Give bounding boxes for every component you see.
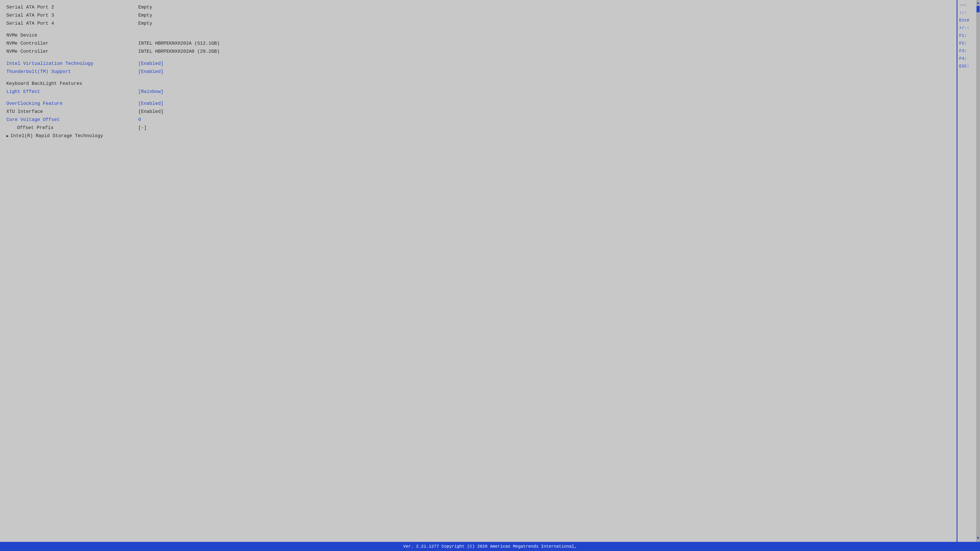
- value-core-voltage: 0: [138, 116, 141, 124]
- row-sata2: Serial ATA Port 2Empty: [6, 4, 950, 11]
- value-nvme-ctrl1: INTEL HBRPEKNX0202A (512.1GB): [138, 40, 220, 47]
- row-nvme-ctrl1: NVMe ControllerINTEL HBRPEKNX0202A (512.…: [6, 40, 950, 47]
- row-sata4: Serial ATA Port 4Empty: [6, 20, 950, 27]
- expand-arrow-icon: ▶: [6, 133, 9, 139]
- label-offset-prefix: Offset Prefix: [6, 124, 138, 132]
- label-sata2: Serial ATA Port 2: [6, 4, 138, 11]
- scroll-up-icon[interactable]: ▲: [977, 1, 979, 5]
- label-virt-tech: Intel Virtualization Technology: [6, 60, 138, 67]
- sidebar-nav: →→: ↑↓: Ente +/-: F1: F2: F3: F4: ESC:: [959, 2, 978, 69]
- label-core-voltage: Core Voltage Offset: [6, 116, 138, 124]
- scroll-thumb[interactable]: [977, 6, 980, 12]
- row-nvme-device: NVMe Device: [6, 32, 950, 39]
- nav-enter: Ente: [959, 17, 978, 23]
- value-sata2: Empty: [138, 4, 152, 11]
- label-light-effect: Light Effect: [6, 88, 138, 95]
- rst-label: Intel(R) Rapid Storage Technology: [10, 132, 103, 140]
- value-xtu: [Enabled]: [138, 108, 164, 116]
- value-virt-tech: [Enabled]: [138, 60, 164, 67]
- scrollbar[interactable]: ▲ ▼: [976, 0, 980, 542]
- row-virt-tech: Intel Virtualization Technology[Enabled]: [6, 60, 950, 67]
- row-light-effect: Light Effect[Rainbow]: [6, 88, 950, 95]
- nav-f4: F4:: [959, 56, 978, 62]
- nav-plusminus: +/-:: [959, 25, 978, 31]
- main-content: Serial ATA Port 2EmptySerial ATA Port 3E…: [0, 0, 957, 542]
- nav-esc: ESC:: [959, 64, 978, 69]
- value-thunderbolt: [Enabled]: [138, 68, 164, 75]
- nav-arrows: →→:: [959, 2, 978, 8]
- label-nvme-device: NVMe Device: [6, 32, 138, 39]
- scroll-down-icon[interactable]: ▼: [977, 536, 979, 540]
- value-offset-prefix: [-]: [138, 124, 147, 132]
- nav-f1: F1:: [959, 33, 978, 39]
- label-keyboard-backlight: Keyboard BackLight Features: [6, 80, 138, 87]
- row-nvme-ctrl2: NVMe ControllerINTEL HBRPEKNX0202A0 (29.…: [6, 48, 950, 55]
- value-light-effect: [Rainbow]: [138, 88, 164, 95]
- status-bar-text: Ver. 2.21.1277 Copyright (C) 2020 Americ…: [403, 544, 577, 549]
- gap-gap2: [6, 56, 950, 60]
- label-sata4: Serial ATA Port 4: [6, 20, 138, 27]
- gap-gap3: [6, 76, 950, 80]
- value-overclocking: [Enabled]: [138, 100, 164, 107]
- label-thunderbolt: Thunderbolt(TM) Support: [6, 68, 138, 75]
- value-nvme-ctrl2: INTEL HBRPEKNX0202A0 (29.2GB): [138, 48, 220, 55]
- row-xtu: XTU Interface[Enabled]: [6, 108, 950, 116]
- expandable-row-rst[interactable]: ▶ Intel(R) Rapid Storage Technology: [6, 132, 950, 140]
- right-sidebar: →→: ↑↓: Ente +/-: F1: F2: F3: F4: ESC: ▲…: [957, 0, 980, 542]
- label-sata3: Serial ATA Port 3: [6, 12, 138, 19]
- value-sata3: Empty: [138, 12, 152, 19]
- row-core-voltage: Core Voltage Offset0: [6, 116, 950, 124]
- nav-updown: ↑↓:: [959, 10, 978, 16]
- label-overclocking: OverClocking Feature: [6, 100, 138, 107]
- label-nvme-ctrl2: NVMe Controller: [6, 48, 138, 55]
- nav-f3: F3:: [959, 48, 978, 54]
- bios-screen: Serial ATA Port 2EmptySerial ATA Port 3E…: [0, 0, 980, 542]
- label-nvme-ctrl1: NVMe Controller: [6, 40, 138, 47]
- row-overclocking: OverClocking Feature[Enabled]: [6, 100, 950, 107]
- nav-f2: F2:: [959, 40, 978, 46]
- row-offset-prefix: Offset Prefix[-]: [6, 124, 950, 132]
- gap-gap4: [6, 96, 950, 100]
- row-sata3: Serial ATA Port 3Empty: [6, 12, 950, 19]
- row-keyboard-backlight: Keyboard BackLight Features: [6, 80, 950, 87]
- gap-gap1: [6, 28, 950, 32]
- value-sata4: Empty: [138, 20, 152, 27]
- label-xtu: XTU Interface: [6, 108, 138, 116]
- row-thunderbolt: Thunderbolt(TM) Support[Enabled]: [6, 68, 950, 75]
- status-bar: Ver. 2.21.1277 Copyright (C) 2020 Americ…: [0, 542, 980, 551]
